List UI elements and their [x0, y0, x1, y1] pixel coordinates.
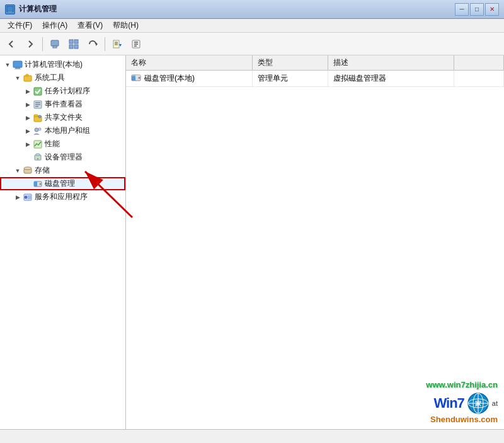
svg-rect-29 — [34, 115, 38, 117]
menu-action[interactable]: 操作(A) — [37, 19, 72, 32]
eventviewer-label: 事件查看器 — [45, 99, 83, 110]
toolbar — [0, 33, 504, 55]
menu-file[interactable]: 文件(F) — [3, 19, 37, 32]
disk-mgmt-icon — [33, 179, 43, 189]
svg-rect-0 — [7, 6, 13, 11]
devicemanager-label: 设备管理器 — [45, 152, 83, 163]
storage-label: 存储 — [35, 165, 50, 176]
expand-storage[interactable]: ▼ — [13, 166, 23, 176]
svg-point-38 — [24, 167, 32, 170]
cell-extra — [454, 71, 504, 87]
svg-rect-7 — [74, 45, 78, 49]
svg-rect-40 — [34, 181, 37, 187]
expand-services[interactable]: ▶ — [13, 192, 23, 202]
tree-node-localusers[interactable]: ▶ 本地用户和组 — [0, 124, 125, 137]
properties-button[interactable] — [127, 35, 145, 53]
cell-name: 磁盘管理(本地) — [126, 71, 252, 87]
show-hide-button[interactable] — [65, 35, 83, 53]
tools-icon — [23, 73, 33, 83]
svg-rect-22 — [26, 74, 28, 76]
sharedfolder-label: 共享文件夹 — [45, 112, 83, 123]
svg-rect-19 — [16, 67, 20, 69]
svg-rect-18 — [13, 61, 22, 67]
tree-node-devicemanager[interactable]: 设备管理器 — [0, 151, 125, 164]
tree-node-storage[interactable]: ▼ 存储 — [0, 164, 125, 177]
tree-node-diskmgmt[interactable]: 磁盘管理 — [0, 177, 125, 190]
svg-point-32 — [38, 128, 41, 130]
expand-root[interactable]: ▼ — [3, 60, 13, 70]
tree-node-services[interactable]: ▶ 服务和应用程序 — [0, 190, 125, 204]
forward-button[interactable] — [21, 35, 39, 53]
expand-task[interactable]: ▶ — [23, 86, 33, 96]
menu-help[interactable]: 帮助(H) — [108, 19, 144, 32]
back-button[interactable] — [3, 35, 20, 53]
diskmgmt-label: 磁盘管理 — [45, 178, 75, 189]
services-label: 服务和应用程序 — [35, 192, 88, 202]
table-row[interactable]: 磁盘管理(本地) 管理单元 虚拟磁盘管理器 — [126, 71, 504, 87]
device-icon — [33, 152, 43, 163]
svg-rect-5 — [74, 40, 78, 43]
expand-systemtools[interactable]: ▼ — [13, 73, 23, 83]
col-desc: 描述 — [328, 55, 454, 71]
title-bar: 计算机管理 ─ □ ✕ — [0, 0, 504, 19]
svg-rect-20 — [14, 69, 21, 69]
refresh-button[interactable] — [84, 35, 101, 53]
svg-rect-23 — [34, 88, 42, 95]
toolbar-separator-2 — [105, 37, 105, 51]
tree-root: ▼ 计算机管理(本地) ▼ — [0, 55, 125, 206]
svg-marker-8 — [96, 42, 98, 46]
minimize-button[interactable]: ─ — [455, 3, 469, 16]
tree-node-performance[interactable]: ▶ 性能 — [0, 137, 125, 151]
root-label: 计算机管理(本地) — [25, 59, 83, 70]
svg-rect-6 — [69, 45, 73, 49]
tree-node-taskscheduler[interactable]: ▶ 任务计划程序 — [0, 84, 125, 98]
svg-point-36 — [37, 158, 38, 159]
detail-panel: 名称 类型 描述 — [126, 55, 504, 429]
expand-event[interactable]: ▶ — [23, 100, 33, 110]
users-icon — [33, 126, 43, 136]
svg-rect-1 — [8, 11, 12, 13]
task-icon — [33, 86, 43, 96]
perf-icon — [33, 139, 43, 149]
col-type: 类型 — [252, 55, 328, 71]
cell-desc: 虚拟磁盘管理器 — [328, 71, 454, 87]
close-button[interactable]: ✕ — [485, 3, 499, 16]
localusers-label: 本地用户和组 — [45, 125, 90, 136]
expand-share[interactable]: ▶ — [23, 113, 33, 123]
share-icon — [33, 113, 43, 123]
svg-rect-3 — [53, 46, 57, 48]
systemtools-label: 系统工具 — [35, 72, 65, 83]
svg-rect-50 — [132, 75, 140, 76]
svg-rect-9 — [113, 40, 119, 48]
window-title: 计算机管理 — [19, 4, 57, 14]
main-container: ▼ 计算机管理(本地) ▼ — [0, 55, 504, 429]
toolbar-separator-1 — [42, 37, 43, 51]
tree-node-root[interactable]: ▼ 计算机管理(本地) — [0, 58, 125, 71]
svg-marker-13 — [119, 44, 122, 47]
window-controls: ─ □ ✕ — [455, 3, 499, 16]
tree-panel: ▼ 计算机管理(本地) ▼ — [0, 55, 126, 429]
svg-point-49 — [139, 77, 140, 79]
service-icon — [23, 192, 33, 202]
tree-node-sharedfolder[interactable]: ▶ 共享文件夹 — [0, 111, 125, 124]
tree-node-systemtools[interactable]: ▼ 系统工具 — [0, 71, 125, 84]
svg-point-31 — [35, 128, 38, 132]
expand-perf[interactable]: ▶ — [23, 139, 33, 149]
computer-icon — [13, 60, 23, 70]
col-name: 名称 — [126, 55, 252, 71]
row-disk-icon — [131, 74, 141, 84]
export-button[interactable] — [108, 35, 126, 53]
svg-point-43 — [25, 196, 27, 198]
up-button[interactable] — [46, 35, 64, 53]
menu-bar: 文件(F) 操作(A) 查看(V) 帮助(H) — [0, 19, 504, 33]
expand-users[interactable]: ▶ — [23, 126, 33, 136]
svg-rect-2 — [51, 40, 59, 46]
svg-point-41 — [40, 183, 42, 185]
row-name-text: 磁盘管理(本地) — [144, 73, 195, 84]
menu-view[interactable]: 查看(V) — [72, 19, 108, 32]
taskscheduler-label: 任务计划程序 — [45, 86, 90, 96]
tree-node-eventviewer[interactable]: ▶ 事件查看器 — [0, 98, 125, 111]
col-extra — [454, 55, 504, 71]
maximize-button[interactable]: □ — [470, 3, 484, 16]
table-header-row: 名称 类型 描述 — [126, 55, 504, 71]
